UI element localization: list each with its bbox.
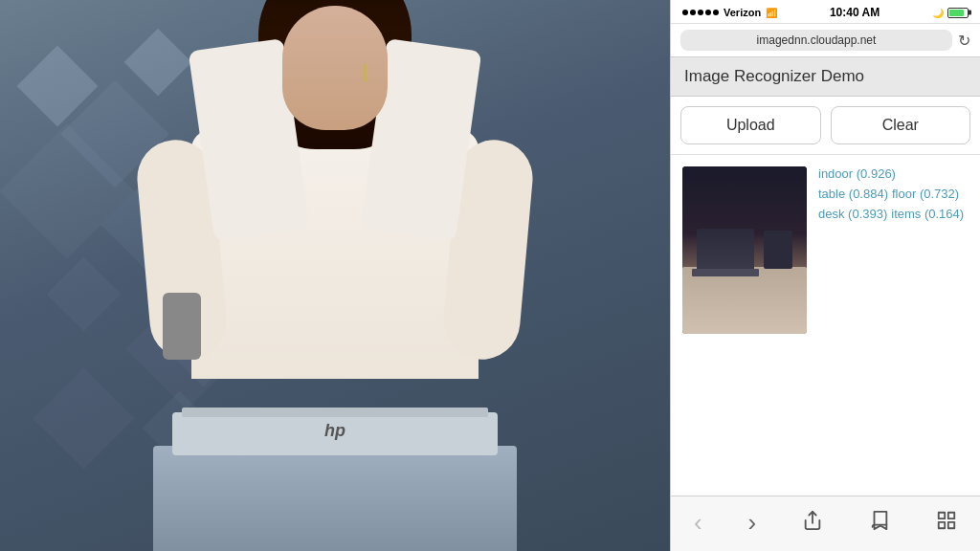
battery-icon — [947, 8, 969, 18]
signal-dot-1 — [682, 10, 688, 15]
tag-desk: desk (0.393) — [818, 207, 887, 221]
tag-table: table (0.884) — [818, 187, 888, 201]
browser-bar: imagednn.cloudapp.net ↻ — [671, 24, 980, 57]
tag-row-2: table (0.884) floor (0.732) — [818, 187, 969, 201]
clear-button[interactable]: Clear — [831, 106, 971, 144]
signal-dot-2 — [690, 10, 696, 15]
action-buttons-row: Upload Clear — [671, 97, 980, 155]
refresh-button[interactable]: ↻ — [958, 32, 970, 50]
status-bar: Verizon 📶 10:40 AM 🌙 — [671, 0, 980, 24]
signal-dot-5 — [713, 10, 719, 15]
phone-overlay: Verizon 📶 10:40 AM 🌙 imagednn.cloudapp.n… — [670, 0, 980, 551]
address-bar[interactable]: imagednn.cloudapp.net — [680, 30, 952, 51]
laptop-base — [692, 269, 759, 276]
upload-button[interactable]: Upload — [680, 106, 821, 144]
tabs-button[interactable] — [926, 506, 967, 540]
wifi-icon: 📶 — [766, 8, 777, 18]
battery-fill — [949, 10, 964, 16]
results-area: indoor (0.926) table (0.884) floor (0.73… — [671, 155, 980, 345]
battery-tip — [969, 11, 971, 15]
status-left: Verizon 📶 — [682, 7, 777, 18]
laptop-image — [697, 229, 754, 272]
device-image — [764, 231, 792, 269]
tag-row-3: desk (0.393) items (0.164) — [818, 207, 969, 221]
moon-icon: 🌙 — [932, 8, 944, 18]
tag-floor: floor (0.732) — [892, 187, 959, 201]
status-time: 10:40 AM — [830, 6, 880, 19]
forward-button[interactable]: › — [739, 504, 767, 541]
back-button[interactable]: ‹ — [684, 504, 712, 541]
app-title: Image Recognizer Demo — [671, 57, 980, 97]
signal-dot-3 — [698, 10, 703, 15]
result-thumbnail — [682, 166, 807, 334]
signal-strength — [682, 10, 719, 15]
tag-items: items (0.164) — [891, 207, 964, 221]
signal-dot-4 — [705, 10, 711, 15]
status-right: 🌙 — [932, 8, 969, 18]
app-content: Image Recognizer Demo Upload Clear — [671, 57, 980, 496]
share-button[interactable] — [792, 506, 833, 540]
bookmarks-button[interactable] — [859, 506, 900, 540]
svg-rect-2 — [948, 513, 954, 518]
svg-rect-1 — [939, 513, 945, 518]
svg-rect-4 — [939, 522, 945, 528]
tags-area: indoor (0.926) table (0.884) floor (0.73… — [818, 166, 969, 221]
tag-row-1: indoor (0.926) — [818, 166, 969, 181]
presentation-area: hp — [0, 0, 670, 551]
bottom-nav: ‹ › — [671, 496, 980, 551]
desk-surface — [682, 267, 807, 334]
svg-rect-3 — [948, 522, 954, 528]
tag-indoor: indoor (0.926) — [818, 166, 896, 181]
carrier-name: Verizon — [724, 7, 761, 18]
